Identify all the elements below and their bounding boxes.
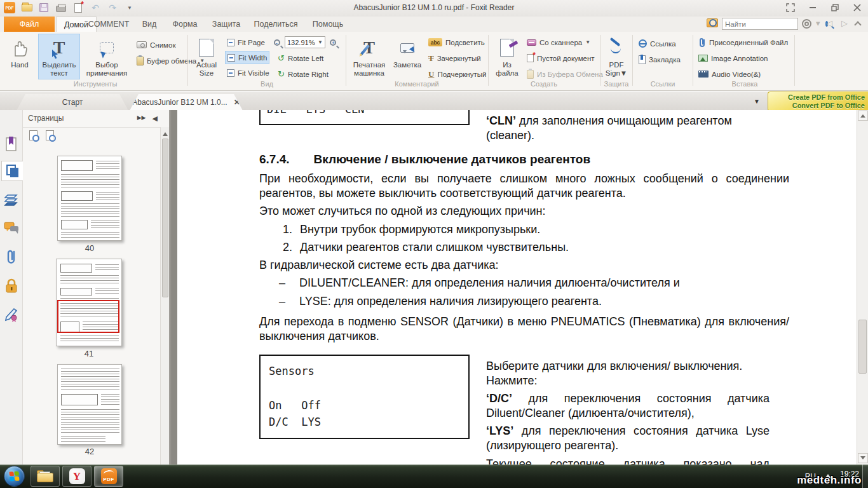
numbered-item-1: 1. Внутри трубок формируются микропузырь… bbox=[283, 222, 766, 237]
doc-tab-start[interactable]: Старт bbox=[17, 94, 128, 111]
zoom-out-icon[interactable]: - bbox=[274, 39, 280, 46]
taskbar: Y PDF RU 19:22 bbox=[0, 464, 868, 488]
tab-help[interactable]: Помощь bbox=[308, 17, 348, 32]
rotate-right-icon: ↻ bbox=[278, 70, 285, 78]
typewriter-button[interactable]: T Печатная машинка bbox=[349, 34, 390, 79]
collapse-ribbon-icon[interactable] bbox=[854, 21, 861, 28]
current-view-indicator[interactable] bbox=[57, 300, 119, 333]
highlight-button[interactable]: abc Подсветить bbox=[426, 36, 487, 49]
back-arrow-icon[interactable]: ◁ bbox=[826, 18, 832, 28]
select-text-button[interactable]: T Выделить текст bbox=[38, 34, 80, 79]
forward-arrow-icon[interactable]: ▷ bbox=[841, 18, 848, 28]
document-tab-bar: Старт AbacusJunior B12 UM 1.0... ✕ ▼ Cre… bbox=[0, 91, 868, 110]
start-button[interactable] bbox=[4, 466, 25, 487]
panel-collapse-icon[interactable]: ◀ bbox=[153, 114, 158, 123]
rail-pages-button[interactable] bbox=[1, 161, 24, 181]
rotate-right-button[interactable]: ↻ Rotate Right bbox=[276, 67, 330, 81]
fit-visible-button[interactable]: Fit Visible bbox=[225, 66, 271, 79]
panel-scrollbar-thumb[interactable] bbox=[162, 139, 168, 297]
blank-document-button[interactable]: * Пустой документ bbox=[525, 51, 597, 65]
page-thumbnail-40[interactable] bbox=[57, 156, 122, 241]
from-file-button[interactable]: Из файла bbox=[491, 34, 523, 79]
paragraph-1: При необходимости, если вы получаете сли… bbox=[259, 172, 789, 201]
document-scrollbar[interactable] bbox=[857, 110, 868, 464]
restore-button[interactable] bbox=[829, 3, 841, 13]
window-title: AbacusJunior B12 UM 1.0 ru.pdf - Foxit R… bbox=[0, 3, 868, 12]
paperclip-icon bbox=[6, 249, 17, 264]
document-scrollbar-thumb[interactable] bbox=[858, 320, 867, 374]
fullscreen-button[interactable] bbox=[785, 3, 796, 13]
fit-width-button[interactable]: Fit Width bbox=[225, 51, 269, 64]
from-scanner-button[interactable]: Со сканнера ▼ bbox=[525, 36, 592, 49]
bookmarks-icon bbox=[5, 137, 18, 152]
tab-list-caret-icon[interactable]: ▼ bbox=[754, 98, 760, 105]
ribbon: Hand T Выделить текст Выбор примечания С… bbox=[0, 32, 868, 91]
select-text-icon: T bbox=[53, 36, 65, 59]
search-box[interactable] bbox=[722, 18, 798, 30]
panel-menu-icon[interactable]: ▶▶ bbox=[137, 114, 146, 123]
bookmark-button[interactable]: Закладка bbox=[637, 53, 682, 66]
gear-icon[interactable] bbox=[802, 19, 811, 29]
doc-scroll-up-button[interactable] bbox=[858, 111, 868, 121]
pdf-sign-button[interactable]: PDF Sign▼ bbox=[602, 34, 630, 79]
close-tab-icon[interactable]: ✕ bbox=[234, 98, 240, 107]
panel-scrollbar[interactable] bbox=[160, 127, 169, 464]
rail-bookmarks-button[interactable] bbox=[1, 134, 22, 154]
settings-caret-icon[interactable]: ▾ bbox=[816, 18, 820, 28]
tab-share[interactable]: Поделиться bbox=[249, 17, 302, 32]
tab-file[interactable]: Файл bbox=[4, 17, 55, 32]
rail-layers-button[interactable] bbox=[1, 189, 22, 210]
rail-security-button[interactable] bbox=[1, 276, 22, 296]
page-thumbnail-41[interactable] bbox=[56, 259, 122, 346]
select-annotation-button[interactable]: Выбор примечания bbox=[83, 34, 131, 79]
image-annotation-button[interactable]: Image Annotation bbox=[696, 51, 770, 65]
rail-attachments-button[interactable] bbox=[1, 247, 22, 267]
group-label-comment: Комментарий bbox=[348, 80, 485, 89]
lys-paragraph: ‘LYS’ для переключения состояния датчика… bbox=[486, 424, 770, 453]
office-conversion-badge[interactable]: Create PDF from Office Convert PDF to Of… bbox=[768, 92, 868, 111]
tab-comment[interactable]: COMMENT bbox=[88, 17, 130, 32]
rotate-left-icon: ↺ bbox=[278, 54, 285, 62]
zoom-level-select[interactable]: 132.91% ▼ bbox=[285, 36, 325, 48]
actual-size-button[interactable]: Actual Size bbox=[190, 34, 223, 79]
note-button[interactable]: Заметка bbox=[391, 34, 424, 79]
link-button[interactable]: Ссылка bbox=[637, 37, 678, 50]
thumbnail-zoom-out-icon[interactable] bbox=[46, 130, 54, 140]
signature-icon bbox=[4, 307, 19, 322]
rail-signatures-button[interactable] bbox=[1, 304, 22, 325]
close-icon bbox=[853, 3, 862, 12]
doc-scroll-down-button[interactable] bbox=[858, 453, 868, 463]
rail-comments-button[interactable] bbox=[1, 218, 22, 238]
page-thumbnail-42[interactable] bbox=[57, 364, 122, 445]
taskbar-explorer-button[interactable] bbox=[31, 466, 60, 487]
doc-tab-current[interactable]: AbacusJunior B12 UM 1.0... ✕ bbox=[130, 94, 243, 111]
zoom-in-icon[interactable]: + bbox=[330, 39, 336, 46]
paragraph-4: Для перехода в подменю SENSOR (Датчики) … bbox=[259, 315, 789, 344]
fit-page-button[interactable]: Fit Page bbox=[225, 36, 267, 49]
tab-form[interactable]: Форма bbox=[166, 17, 203, 32]
show-desktop-button[interactable] bbox=[862, 464, 868, 488]
hand-tool-button[interactable]: Hand bbox=[4, 34, 36, 79]
navigation-rail bbox=[0, 110, 23, 464]
content-area: Страницы ▶▶ ◀ 40 bbox=[0, 110, 868, 464]
taskbar-yandex-button[interactable]: Y bbox=[62, 466, 92, 487]
snapshot-button[interactable]: Снимок bbox=[135, 38, 177, 51]
strikeout-button[interactable]: T Зачеркнутый bbox=[426, 51, 483, 65]
underline-button[interactable]: U Подчеркнутый bbox=[426, 67, 488, 81]
rotate-left-button[interactable]: ↺ Rotate Left bbox=[276, 51, 325, 65]
globe-link-icon bbox=[639, 39, 647, 48]
close-button[interactable] bbox=[851, 3, 863, 13]
attached-file-button[interactable]: Присоединенный Файл bbox=[696, 36, 790, 49]
tab-view[interactable]: Вид bbox=[135, 17, 164, 32]
tab-protect[interactable]: Защита bbox=[207, 17, 245, 32]
thumbnail-zoom-in-icon[interactable] bbox=[29, 130, 37, 140]
dash-item-2: – LYSE: для определения наличия лизирующ… bbox=[279, 294, 781, 309]
minimize-button[interactable] bbox=[807, 3, 818, 13]
taskbar-foxit-button[interactable]: PDF bbox=[94, 466, 123, 487]
panel-splitter[interactable] bbox=[169, 110, 177, 464]
pages-panel: Страницы ▶▶ ◀ 40 bbox=[23, 110, 160, 464]
hand-icon bbox=[11, 36, 28, 59]
group-label-protect: Защита bbox=[602, 80, 631, 89]
search-in-files-icon[interactable] bbox=[707, 18, 718, 27]
audio-video-button[interactable]: Audio Video(&) bbox=[696, 67, 763, 81]
